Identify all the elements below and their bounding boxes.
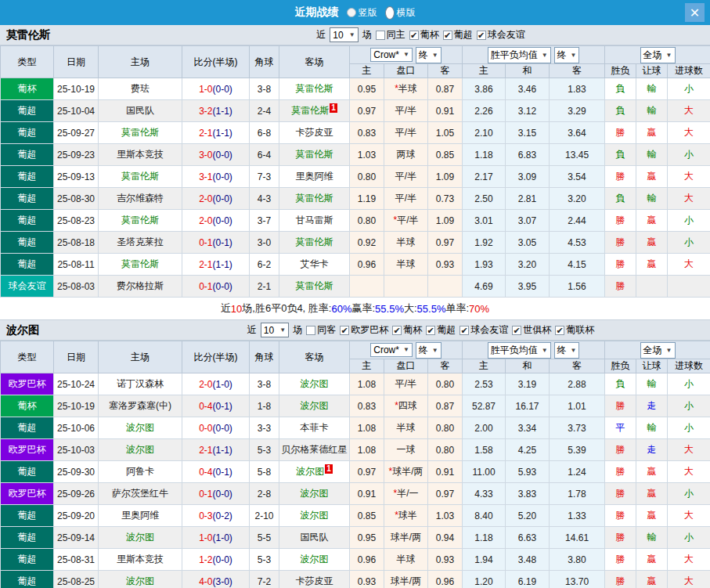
avg-draw-cell: 3.20	[506, 254, 550, 276]
filter-checkbox[interactable]: ✔球会友谊	[477, 28, 525, 41]
checkbox-unchecked-icon[interactable]	[376, 31, 385, 40]
column-header-corners: 角球	[250, 46, 279, 78]
odds-away-cell: 0.93	[428, 549, 463, 571]
handicap-cell: 半球	[384, 549, 428, 571]
scope-dropdown[interactable]: 全场▼	[640, 342, 676, 359]
bookmaker-dropdown[interactable]: Crow*▼	[370, 343, 413, 357]
date-cell: 25-09-13	[54, 166, 99, 188]
home-team-cell: 里奥阿维	[99, 505, 182, 527]
bookmaker-dropdown[interactable]: Crow*▼	[370, 48, 413, 62]
corners-cell: 2-8	[250, 483, 279, 505]
checkbox-unchecked-icon[interactable]	[306, 326, 315, 335]
odds-away-cell: 0.94	[428, 527, 463, 549]
subcolumn-avg-draw: 和	[506, 359, 550, 373]
checkbox-checked-icon[interactable]: ✔	[426, 326, 435, 335]
final-avg-dropdown[interactable]: 终▼	[554, 47, 580, 63]
checkbox-checked-icon[interactable]: ✔	[460, 326, 469, 335]
corners-cell: 3-7	[250, 210, 279, 232]
radio-selected-icon[interactable]	[385, 6, 395, 20]
result-cell: 勝	[605, 461, 636, 483]
date-cell: 25-09-14	[54, 527, 99, 549]
filter-checkbox[interactable]: 同客	[306, 323, 336, 337]
home-team-cell: 萨尔茨堡红牛	[99, 483, 182, 505]
avg-draw-cell: 5.93	[506, 461, 550, 483]
avg-dropdown[interactable]: 胜平负均值▼	[488, 342, 551, 359]
score-cell: 0-1(0-0)	[182, 276, 250, 298]
corners-cell: 5-5	[250, 527, 279, 549]
score-cell: 2-1(1-1)	[182, 254, 250, 276]
avg-dropdown[interactable]: 胜平负均值▼	[488, 47, 551, 63]
handicap-cell: 平/半	[384, 100, 428, 122]
section-porto: 波尔图 近 10 ▼ 场 同客✔欧罗巴杯✔葡杯✔葡超✔球会友谊✔世俱杯✔葡联杯	[0, 320, 710, 588]
filter-checkbox[interactable]: 同主	[376, 28, 405, 41]
filter-label: 葡超	[454, 28, 473, 41]
avg-draw-cell: 4.25	[506, 439, 550, 461]
radio-unselected-icon[interactable]	[347, 8, 356, 17]
away-team-cell: 波尔图	[279, 505, 350, 527]
match-count-select[interactable]: 10 ▼	[330, 27, 358, 42]
odds-home-cell: 1.08	[350, 417, 384, 439]
checkbox-checked-icon[interactable]: ✔	[409, 31, 419, 40]
away-team-cell: 贝尔格莱德红星	[279, 439, 350, 461]
filter-label: 同客	[317, 323, 336, 337]
corners-cell: 2-10	[250, 505, 279, 527]
chevron-down-icon: ▼	[349, 31, 355, 38]
filter-checkbox[interactable]: ✔球会友谊	[460, 323, 508, 337]
avg-away-cell: 3.64	[550, 122, 605, 144]
filter-checkbox[interactable]: ✔葡超	[443, 28, 473, 41]
checkbox-checked-icon[interactable]: ✔	[555, 326, 564, 335]
filter-checkbox[interactable]: ✔欧罗巴杯	[340, 323, 388, 337]
avg-away-cell: 3.73	[550, 417, 605, 439]
column-header-corners: 角球	[250, 341, 279, 373]
date-cell: 25-08-25	[54, 571, 99, 588]
avg-away-cell: 1.83	[550, 78, 605, 100]
column-header-date: 日期	[54, 46, 99, 78]
near-label: 近	[316, 28, 326, 41]
filter-checkbox[interactable]: ✔葡杯	[392, 323, 422, 337]
avg-home-cell: 1.58	[463, 439, 506, 461]
chevron-down-icon: ▼	[571, 52, 577, 59]
checkbox-checked-icon[interactable]: ✔	[477, 31, 486, 40]
page-title: 近期战绩	[295, 5, 339, 20]
checkbox-checked-icon[interactable]: ✔	[443, 31, 452, 40]
scope-dropdown[interactable]: 全场▼	[640, 47, 676, 63]
odds-header-group: Crow*▼终▼	[350, 46, 463, 64]
away-team-cell: 里奥阿维	[279, 166, 350, 188]
away-team-cell: 卡莎皮亚	[279, 122, 350, 144]
avg-draw-cell: 6.19	[506, 571, 550, 588]
checkbox-checked-icon[interactable]: ✔	[512, 326, 521, 335]
odds-home-cell: 0.95	[350, 78, 384, 100]
odds-home-cell: 0.95	[350, 527, 384, 549]
checkbox-checked-icon[interactable]: ✔	[392, 326, 402, 335]
filter-checkbox[interactable]: ✔葡超	[426, 323, 456, 337]
final-odds-dropdown[interactable]: 终▼	[416, 342, 441, 359]
home-team-cell: 费尔格拉斯	[99, 276, 182, 298]
avg-home-cell: 52.87	[463, 395, 506, 417]
filter-checkbox[interactable]: ✔世俱杯	[512, 323, 551, 337]
layout-radio-option[interactable]: 竖版	[347, 6, 377, 20]
titlebar: 近期战绩 竖版横版 ✕	[0, 0, 710, 25]
table-row: 欧罗巴杯 25-10-03 波尔图 2-1(1-1) 5-3 贝尔格莱德红星 1…	[1, 439, 710, 461]
column-header-home: 主场	[99, 341, 182, 373]
corners-cell: 3-3	[250, 417, 279, 439]
subcolumn-avg-away: 客	[550, 64, 605, 78]
checkbox-checked-icon[interactable]: ✔	[340, 326, 349, 335]
summary-text-segment: 近	[221, 301, 231, 316]
goals-result-cell: 大	[668, 439, 710, 461]
filter-label: 葡杯	[420, 28, 439, 41]
odds-away-cell: 0.85	[428, 144, 463, 166]
score-cell: 0-0(0-0)	[182, 417, 250, 439]
layout-radio-option[interactable]: 横版	[385, 6, 416, 20]
score-cell: 3-1(0-0)	[182, 166, 250, 188]
filter-checkbox[interactable]: ✔葡杯	[409, 28, 439, 41]
close-button[interactable]: ✕	[685, 3, 705, 22]
final-avg-dropdown[interactable]: 终▼	[554, 342, 580, 359]
avg-away-cell: 3.54	[550, 166, 605, 188]
final-odds-dropdown[interactable]: 终▼	[416, 47, 441, 63]
score-cell: 3-2(1-1)	[182, 100, 250, 122]
section-header: 莫雷伦斯 近 10 ▼ 场 同主✔葡杯✔葡超✔球会友谊	[0, 25, 710, 45]
date-cell: 25-08-03	[54, 276, 99, 298]
column-header-date: 日期	[54, 341, 99, 373]
filter-checkbox[interactable]: ✔葡联杯	[555, 323, 594, 337]
match-count-select[interactable]: 10 ▼	[261, 323, 289, 337]
